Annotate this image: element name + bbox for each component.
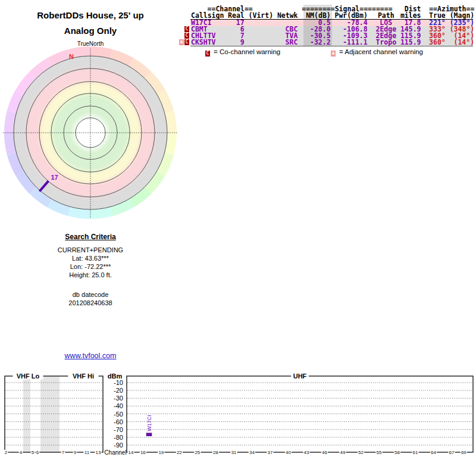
adjacent-channel-warning-icon: a [331,51,336,57]
channel-tick-label: 7 [62,450,65,455]
channel-tick-label: 64 [431,450,436,455]
co-channel-warning-icon: C [184,33,189,39]
north-marker: N [69,53,74,60]
uhf-box [127,376,473,452]
table-row: CKSHTV9SRC-32.2-111.1Tropo115.9360°(14°)… [190,39,473,46]
channel-tick-label: 16 [140,450,146,455]
page-title: RobertDDs House, 25' up [0,10,181,20]
dbm-tick-label: -60 [114,418,123,425]
channel-tick-label: 14 [129,450,134,455]
band-label: UHF [293,373,307,380]
dbm-tick-label: -30 [114,395,123,402]
channel-tick-label: 19 [158,450,164,455]
azimuth-pointer-label: 17 [51,174,58,181]
legend-adjacent-channel: a= Adjacent channel warning [331,48,423,55]
channel-tick-label: 2 [5,450,8,455]
cell-magn: (14°) [450,39,474,46]
dbm-tick-label: -10 [114,379,123,386]
tvfool-link[interactable]: www.tvfool.com [65,352,117,360]
station-bar [146,433,152,436]
dbm-axis-label: dBm [108,373,123,380]
channel-tick-label: 49 [340,450,345,455]
channel-axis-label: Channel [104,449,126,456]
search-lat: Lat: 43.63*** [16,255,165,262]
dbm-tick-label: -40 [114,402,123,409]
search-height: Height: 25.0 ft. [16,271,165,278]
channel-tick-label: 43 [303,450,309,455]
co-channel-warning-icon: C [184,26,189,32]
radar-plot: N17 [0,45,181,224]
cell-path: Tropo [376,39,397,46]
channel-tick-label: 28 [213,450,218,455]
channel-tick-label: 5 [32,450,35,455]
db-datecode-label: db datecode [16,291,165,298]
channel-tick-label: 58 [394,450,400,455]
station-bar-label: W17CI [146,415,152,431]
channel-tick-label: 4 [20,450,23,455]
channel-tick-label: 69 [461,450,466,455]
channel-tick-label: 22 [177,450,182,455]
cell-virt [249,39,273,46]
channel-tick-label: 34 [249,450,255,455]
channel-tick-label: 52 [358,450,364,455]
channel-tick-label: 13 [96,450,101,455]
channel-tick-label: 37 [267,450,273,455]
column-header: Netwk [277,12,298,19]
channel-tick-label: 61 [413,450,418,455]
channel-tick-label: 46 [322,450,327,455]
cell-netwk: SRC [277,39,298,46]
db-datecode-value: 201208240638 [16,299,165,306]
dbm-tick-label: -70 [114,426,123,433]
cell-pwr: -111.1 [335,39,368,46]
cell-virt [249,33,273,39]
channel-tick-label: 11 [84,450,90,455]
channel-tick-label: 55 [377,450,382,455]
channel-tick-label: 25 [195,450,200,455]
cell-true_az: 360° [425,39,446,46]
cell-real: 9 [228,39,245,46]
cell-callsign: CKSHTV [191,39,224,46]
legend-co-channel-label: = Co-channel warning [214,48,280,55]
unused-spectrum-band [40,376,60,452]
channel-tick-label: 40 [286,450,291,455]
adjacent-channel-warning-icon: a [179,39,184,45]
channel-tick-label: 67 [449,450,455,455]
dbm-tick-label: -50 [114,411,123,418]
band-label: VHF Lo [17,373,40,380]
cell-miles: 115.9 [400,39,421,46]
site-link-wrap: www.tvfool.com [16,352,165,360]
dbm-tick-label: -90 [114,442,123,449]
channel-tick-label: 9 [74,450,77,455]
channel-tick-label: 31 [231,450,236,455]
dbm-tick-label: -80 [114,434,123,441]
search-mode: CURRENT+PENDING [16,246,165,253]
dbm-tick-label: -20 [114,387,123,394]
legend-co-channel: C= Co-channel warning [205,48,280,55]
band-label: VHF Hi [73,373,94,380]
search-criteria-heading: Search Criteria [16,233,165,241]
cell-virt [249,26,273,33]
cell-nm: -32.2 [306,39,330,46]
page-subtitle: Analog Only [0,26,181,36]
legend-adjacent-channel-label: = Adjacent channel warning [339,48,423,55]
column-header: (Virt) [249,12,273,19]
co-channel-warning-icon: C [184,39,189,45]
spectrum-chart: -10-20-30-40-50-60-70-80-90VHF LoVHF HiU… [0,368,476,457]
tvfool-report: RobertDDs House, 25' up Analog Only True… [0,0,476,457]
unused-spectrum-band [23,376,30,452]
channel-tick-label: 6 [36,450,39,455]
header-rule [190,19,473,20]
search-lon: Lon: -72.22*** [16,263,165,270]
cell-virt [249,20,273,26]
co-channel-warning-icon: C [205,51,210,57]
station-table: ==Channel==========Signal========Dist==A… [190,5,474,46]
